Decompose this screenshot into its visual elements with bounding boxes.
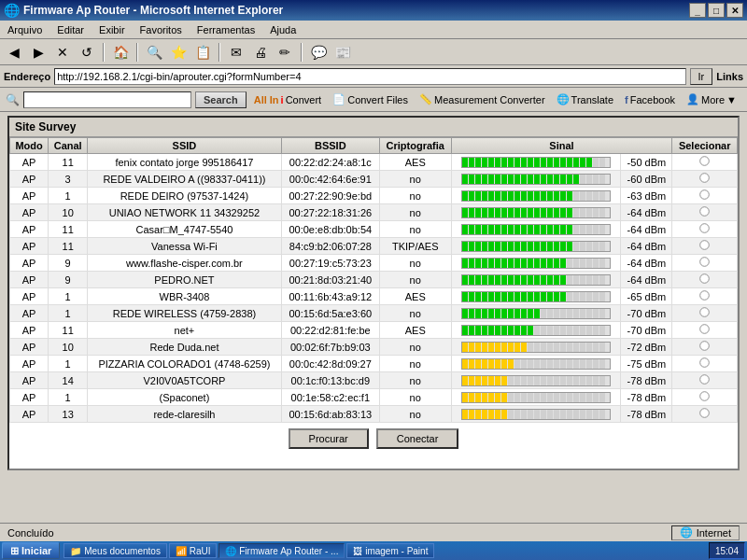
facebook-button[interactable]: f Facebook xyxy=(621,93,679,106)
menu-exibir[interactable]: Exibir xyxy=(95,22,129,37)
signal-bar-container xyxy=(461,258,611,269)
cell-select[interactable] xyxy=(672,221,738,238)
menu-favoritos[interactable]: Favoritos xyxy=(136,22,186,37)
select-radio[interactable] xyxy=(700,223,710,232)
select-radio[interactable] xyxy=(700,257,710,266)
cell-select[interactable] xyxy=(672,305,738,322)
cell-select[interactable] xyxy=(672,288,738,305)
menu-ferramentas[interactable]: Ferramentas xyxy=(193,22,259,37)
cell-dbm: -64 dBm xyxy=(621,238,672,255)
cell-canal: 1 xyxy=(49,288,88,305)
view-button[interactable]: 📰 xyxy=(332,42,353,63)
cell-canal: 11 xyxy=(49,221,88,238)
select-radio[interactable] xyxy=(700,391,710,400)
cell-select[interactable] xyxy=(672,339,738,356)
convert-files-button[interactable]: 📄 Convert Files xyxy=(329,92,412,106)
cell-select[interactable] xyxy=(672,204,738,221)
select-radio[interactable] xyxy=(700,374,710,384)
table-row: AP 10 Rede Duda.net 00:02:6f:7b:b9:03 no… xyxy=(10,339,738,356)
cell-ssid: UNIAO NETWORK 11 34329252 xyxy=(88,204,282,221)
stop-button[interactable]: ✕ xyxy=(52,42,73,63)
forward-button[interactable]: ▶ xyxy=(28,42,49,63)
select-radio[interactable] xyxy=(700,341,710,350)
cell-canal: 1 xyxy=(49,356,88,372)
taskbar-item-1[interactable]: 📶 RaUI xyxy=(169,543,218,558)
start-button[interactable]: ⊞ Iniciar xyxy=(2,542,60,559)
search-button[interactable]: Search xyxy=(195,91,247,108)
cell-dbm: -64 dBm xyxy=(621,255,672,272)
cell-select[interactable] xyxy=(672,389,738,406)
select-radio[interactable] xyxy=(700,240,710,249)
select-radio[interactable] xyxy=(700,290,710,300)
minimize-button[interactable]: _ xyxy=(689,3,706,18)
signal-bar-container xyxy=(461,358,611,370)
select-radio[interactable] xyxy=(700,408,710,417)
cell-select[interactable] xyxy=(672,356,738,372)
cell-select[interactable] xyxy=(672,171,738,188)
close-button[interactable]: ✕ xyxy=(726,3,743,18)
edit-button[interactable]: ✏ xyxy=(275,42,295,63)
cell-select[interactable] xyxy=(672,238,738,255)
cell-ssid: net+ xyxy=(88,322,282,339)
mail-button[interactable]: ✉ xyxy=(226,42,247,63)
cell-cripto: TKIP/AES xyxy=(379,238,451,255)
procurar-button[interactable]: Procurar xyxy=(289,428,369,449)
cell-ssid: WBR-3408 xyxy=(88,288,282,305)
select-radio[interactable] xyxy=(700,273,710,283)
cell-cripto: no xyxy=(379,339,451,356)
address-label: Endereço xyxy=(4,71,50,82)
cell-signal-bar xyxy=(451,204,621,221)
cell-canal: 10 xyxy=(49,204,88,221)
cell-select[interactable] xyxy=(672,322,738,339)
cell-select[interactable] xyxy=(672,372,738,389)
cell-signal-bar xyxy=(451,221,621,238)
select-radio[interactable] xyxy=(700,206,710,216)
search-input[interactable] xyxy=(23,91,191,108)
select-radio[interactable] xyxy=(700,156,710,165)
select-radio[interactable] xyxy=(700,189,710,199)
allinconvert-button[interactable]: All In i AllInConvert Convert xyxy=(250,93,325,106)
menu-ajuda[interactable]: Ajuda xyxy=(266,22,300,37)
back-button[interactable]: ◀ xyxy=(4,42,24,63)
more-button[interactable]: 👤 More ▼ xyxy=(683,92,740,106)
menu-editar[interactable]: Editar xyxy=(53,22,88,37)
search-button[interactable]: 🔍 xyxy=(144,42,164,63)
cell-select[interactable] xyxy=(672,188,738,204)
select-radio[interactable] xyxy=(700,357,710,367)
signal-bar-container xyxy=(461,291,611,302)
cell-signal-bar xyxy=(451,255,621,272)
maximize-button[interactable]: □ xyxy=(708,3,725,18)
conectar-button[interactable]: Conectar xyxy=(376,428,459,449)
measurement-converter-button[interactable]: 📏 Measurement Converter xyxy=(416,92,549,106)
cell-ssid: PEDRO.NET xyxy=(88,272,282,288)
taskbar-item-0[interactable]: 📁 Meus documentos xyxy=(63,543,167,558)
cell-cripto: no xyxy=(379,305,451,322)
cell-canal: 9 xyxy=(49,255,88,272)
cell-dbm: -78 dBm xyxy=(621,406,672,423)
taskbar-item-2[interactable]: 🌐 Firmware Ap Router - ... xyxy=(218,543,345,558)
clock: 15:04 xyxy=(715,546,739,556)
discuss-button[interactable]: 💬 xyxy=(308,42,329,63)
select-radio[interactable] xyxy=(700,324,710,333)
menu-arquivo[interactable]: Arquivo xyxy=(4,22,46,37)
go-button[interactable]: Ir xyxy=(690,68,713,85)
cell-select[interactable] xyxy=(672,272,738,288)
print-button[interactable]: 🖨 xyxy=(250,42,271,63)
cell-select[interactable] xyxy=(672,154,738,171)
select-radio[interactable] xyxy=(700,173,710,182)
cell-canal: 11 xyxy=(49,154,88,171)
cell-select[interactable] xyxy=(672,406,738,423)
cell-dbm: -65 dBm xyxy=(621,288,672,305)
cell-select[interactable] xyxy=(672,255,738,272)
taskbar-item-3[interactable]: 🖼 imagem - Paint xyxy=(346,543,434,558)
links-label: Links xyxy=(716,71,743,82)
translate-button[interactable]: 🌐 Translate xyxy=(553,92,617,106)
favorites-button[interactable]: ⭐ xyxy=(168,42,189,63)
address-input[interactable] xyxy=(54,68,685,85)
col-cripto: Criptografia xyxy=(379,138,451,154)
taskbar-items: 📁 Meus documentos 📶 RaUI 🌐 Firmware Ap R… xyxy=(63,543,709,558)
history-button[interactable]: 📋 xyxy=(192,42,213,63)
refresh-button[interactable]: ↺ xyxy=(77,42,97,63)
home-button[interactable]: 🏠 xyxy=(110,42,131,63)
select-radio[interactable] xyxy=(700,307,710,316)
